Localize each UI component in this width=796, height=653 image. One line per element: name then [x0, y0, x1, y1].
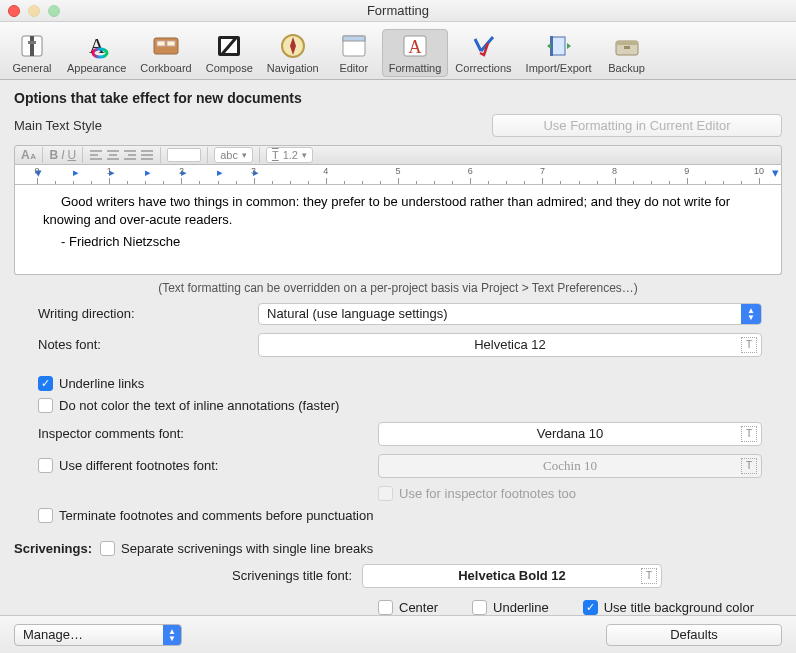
- tab-stop[interactable]: ▸: [73, 166, 79, 179]
- inspector-comments-font-button[interactable]: Verdana 10 T: [378, 422, 762, 446]
- svg-rect-17: [551, 37, 565, 55]
- preview-line-2: - Friedrich Nietzsche: [43, 233, 767, 251]
- svg-rect-21: [624, 46, 630, 49]
- svg-rect-7: [167, 41, 175, 46]
- italic-button[interactable]: I: [61, 148, 64, 162]
- chevron-updown-icon: ▲▼: [741, 304, 761, 324]
- checkbox-icon: [100, 541, 115, 556]
- appearance-icon: A: [82, 32, 112, 60]
- checkbox-icon: ✓: [38, 376, 53, 391]
- separator: [259, 147, 260, 163]
- style-preview: Good writers have two things in common: …: [14, 185, 782, 274]
- section-heading: Options that take effect for new documen…: [14, 90, 782, 106]
- checkbox-icon: [472, 600, 487, 615]
- style-picker[interactable]: abc▾: [214, 147, 253, 163]
- svg-rect-14: [343, 36, 365, 41]
- writing-direction-label: Writing direction:: [38, 306, 258, 321]
- svg-text:A: A: [409, 37, 422, 57]
- tab-corkboard[interactable]: Corkboard: [133, 29, 198, 77]
- tab-stop[interactable]: ▸: [217, 166, 223, 179]
- use-different-footnotes-checkbox[interactable]: Use different footnotes font:: [38, 458, 378, 473]
- align-center-button[interactable]: [106, 148, 120, 162]
- center-checkbox[interactable]: Center: [378, 600, 438, 615]
- underline-links-checkbox[interactable]: ✓ Underline links: [38, 376, 782, 391]
- slider-icon: [17, 32, 47, 60]
- use-formatting-button[interactable]: Use Formatting in Current Editor: [492, 114, 782, 137]
- use-inspector-footnotes-checkbox: Use for inspector footnotes too: [378, 486, 762, 501]
- align-justify-button[interactable]: [140, 148, 154, 162]
- font-picker-icon: T: [741, 337, 757, 353]
- underline-title-checkbox[interactable]: Underline: [472, 600, 549, 615]
- prefs-toolbar: General A Appearance Corkboard Compose N…: [0, 22, 796, 80]
- alignment-group: [89, 148, 154, 162]
- separator: [207, 147, 208, 163]
- svg-rect-6: [157, 41, 165, 46]
- tab-navigation[interactable]: Navigation: [260, 29, 326, 77]
- separator: [42, 147, 43, 163]
- tab-backup[interactable]: Backup: [599, 29, 655, 77]
- no-color-inline-checkbox[interactable]: Do not color the text of inline annotati…: [38, 398, 782, 413]
- bold-button[interactable]: B: [49, 148, 58, 162]
- compass-icon: [278, 32, 308, 60]
- compose-icon: [214, 32, 244, 60]
- notes-font-button[interactable]: Helvetica 12 T: [258, 333, 762, 357]
- right-indent-marker[interactable]: ▾: [772, 165, 779, 180]
- footer: Manage… ▲▼ Defaults: [0, 615, 796, 653]
- inspector-comments-font-label: Inspector comments font:: [38, 426, 378, 441]
- main-text-style-label: Main Text Style: [14, 118, 102, 133]
- window-title: Formatting: [0, 3, 796, 18]
- scrivenings-title-font-label: Scrivenings title font:: [14, 568, 362, 583]
- chevron-updown-icon: ▲▼: [163, 625, 181, 645]
- separator: [82, 147, 83, 163]
- svg-text:A: A: [89, 33, 105, 58]
- tab-formatting[interactable]: A Formatting: [382, 29, 449, 77]
- use-title-bg-checkbox[interactable]: ✓ Use title background color: [583, 600, 754, 615]
- titlebar: Formatting: [0, 0, 796, 22]
- checkbox-icon: [378, 486, 393, 501]
- content-area: Options that take effect for new documen…: [0, 80, 796, 615]
- override-note: (Text formatting can be overridden on a …: [14, 281, 782, 295]
- font-picker-icon: T: [741, 426, 757, 442]
- import-export-icon: [544, 32, 574, 60]
- tab-import-export[interactable]: Import/Export: [519, 29, 599, 77]
- terminate-footnotes-checkbox[interactable]: Terminate footnotes and comments before …: [38, 508, 762, 523]
- checkbox-icon: [38, 508, 53, 523]
- backup-icon: [612, 32, 642, 60]
- svg-rect-20: [616, 41, 638, 45]
- tab-appearance[interactable]: A Appearance: [60, 29, 133, 77]
- separate-scrivenings-checkbox[interactable]: Separate scrivenings with single line br…: [100, 541, 373, 556]
- manage-popup[interactable]: Manage… ▲▼: [14, 624, 182, 646]
- align-right-button[interactable]: [123, 148, 137, 162]
- checkbox-icon: [38, 458, 53, 473]
- text-style-toolbar: Aa B I U abc▾ T 1.2▾: [14, 145, 782, 165]
- tab-general[interactable]: General: [4, 29, 60, 77]
- align-left-button[interactable]: [89, 148, 103, 162]
- scrivenings-heading: Scrivenings:: [14, 541, 92, 556]
- preview-line-1: Good writers have two things in common: …: [43, 193, 767, 229]
- writing-direction-select[interactable]: Natural (use language settings) ▲▼: [258, 303, 762, 325]
- case-button[interactable]: Aa: [21, 148, 36, 162]
- checkbox-icon: ✓: [583, 600, 598, 615]
- line-spacing-picker[interactable]: T 1.2▾: [266, 147, 313, 163]
- separator: [160, 147, 161, 163]
- ruler[interactable]: ▾ ▾ ▸ ▸ ▸ ▸ ▸ ▸ 012345678910: [14, 165, 782, 185]
- defaults-button[interactable]: Defaults: [606, 624, 782, 646]
- footnotes-font-button: Cochin 10 T: [378, 454, 762, 478]
- editor-icon: [339, 32, 369, 60]
- checkbox-icon: [38, 398, 53, 413]
- notes-font-label: Notes font:: [38, 337, 258, 352]
- svg-rect-2: [28, 41, 36, 44]
- checkbox-icon: [378, 600, 393, 615]
- tab-compose[interactable]: Compose: [199, 29, 260, 77]
- tab-stop[interactable]: ▸: [145, 166, 151, 179]
- svg-rect-1: [30, 36, 34, 56]
- underline-button[interactable]: U: [67, 148, 76, 162]
- tab-corrections[interactable]: Corrections: [448, 29, 518, 77]
- text-color-swatch[interactable]: [167, 148, 201, 162]
- tab-editor[interactable]: Editor: [326, 29, 382, 77]
- font-picker-icon: T: [741, 458, 757, 474]
- scrivenings-title-font-button[interactable]: Helvetica Bold 12 T: [362, 564, 662, 588]
- font-picker-icon: T: [641, 568, 657, 584]
- corrections-icon: [468, 32, 498, 60]
- formatting-icon: A: [400, 32, 430, 60]
